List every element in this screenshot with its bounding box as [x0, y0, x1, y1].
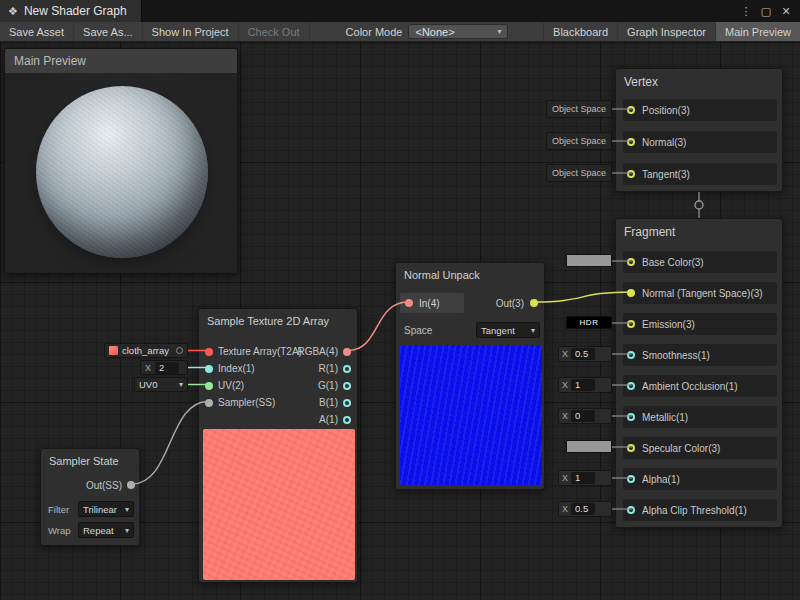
- fragment-alpha-row[interactable]: Alpha(1): [623, 468, 777, 490]
- r-port[interactable]: [343, 365, 351, 373]
- ambient-occlusion-port[interactable]: [627, 382, 635, 390]
- smoothness-field[interactable]: X 0.5: [558, 346, 612, 362]
- out-port[interactable]: [530, 299, 538, 307]
- uv-port[interactable]: [205, 382, 213, 390]
- texture-asset-field[interactable]: cloth_array: [104, 343, 188, 358]
- fragment-metallic-row[interactable]: Metallic(1): [623, 406, 777, 428]
- g-port[interactable]: [343, 382, 351, 390]
- sampler-port[interactable]: [205, 399, 213, 407]
- vertex-tangent-row[interactable]: Tangent(3): [623, 163, 777, 185]
- fragment-specular-color-row[interactable]: Specular Color(3): [623, 437, 777, 459]
- uv-channel-dropdown[interactable]: UV0 ▾: [134, 377, 188, 392]
- save-as-button[interactable]: Save As...: [74, 22, 143, 41]
- texture-array-input-row[interactable]: Texture Array(T2A): [205, 343, 302, 360]
- alpha-clip-field[interactable]: X 0.5: [558, 501, 612, 517]
- unpack-out-row[interactable]: Out(3): [496, 293, 538, 313]
- fragment-alpha-clip-row[interactable]: Alpha Clip Threshold(1): [623, 499, 777, 521]
- blackboard-toggle[interactable]: Blackboard: [543, 22, 617, 41]
- save-asset-button[interactable]: Save Asset: [0, 22, 74, 41]
- fragment-node[interactable]: Fragment Base Color(3) Normal (Tangent S…: [615, 218, 783, 528]
- graph-inspector-toggle[interactable]: Graph Inspector: [617, 22, 715, 41]
- fragment-normal-row[interactable]: Normal (Tangent Space)(3): [623, 282, 777, 304]
- fragment-smoothness-row[interactable]: Smoothness(1): [623, 344, 777, 366]
- chevron-down-icon: ▾: [125, 505, 129, 514]
- fragment-base-color-row[interactable]: Base Color(3): [623, 251, 777, 273]
- normal-space-dropdown[interactable]: Object Space: [546, 132, 612, 150]
- object-picker-icon[interactable]: [176, 347, 183, 354]
- sampler-input-row[interactable]: Sampler(SS): [205, 394, 275, 411]
- index-value[interactable]: 2: [155, 362, 179, 374]
- uv-channel-value: UV0: [139, 379, 157, 390]
- check-out-button[interactable]: Check Out: [239, 22, 310, 41]
- specular-color-port[interactable]: [627, 444, 635, 452]
- emission-color-swatch[interactable]: HDR: [566, 316, 612, 329]
- maximize-icon[interactable]: ▢: [756, 0, 776, 22]
- in-port[interactable]: [405, 299, 413, 307]
- vertex-node[interactable]: Vertex Position(3) Normal(3) Tangent(3): [615, 68, 783, 192]
- alpha-value[interactable]: 1: [571, 472, 595, 484]
- tangent-space-dropdown[interactable]: Object Space: [546, 164, 612, 182]
- menu-icon[interactable]: ⋮: [736, 0, 756, 22]
- base-color-label: Base Color(3): [642, 257, 704, 268]
- x-prefix: X: [562, 411, 568, 421]
- filter-dropdown[interactable]: Trilinear ▾: [78, 501, 134, 517]
- main-preview-toggle[interactable]: Main Preview: [715, 22, 800, 41]
- fragment-emission-row[interactable]: Emission(3): [623, 313, 777, 335]
- index-port[interactable]: [205, 365, 213, 373]
- main-preview-header[interactable]: Main Preview: [5, 49, 237, 73]
- base-color-swatch[interactable]: [566, 254, 612, 267]
- wrap-dropdown[interactable]: Repeat ▾: [78, 522, 134, 538]
- base-color-port[interactable]: [627, 258, 635, 266]
- vertex-position-row[interactable]: Position(3): [623, 99, 777, 121]
- g-output-row[interactable]: G(1): [318, 377, 351, 394]
- emission-port[interactable]: [627, 320, 635, 328]
- b-port[interactable]: [343, 399, 351, 407]
- sampler-state-node[interactable]: Sampler State Out(SS) Filter Trilinear ▾…: [40, 448, 140, 546]
- ambient-occlusion-value[interactable]: 1: [571, 379, 595, 391]
- index-field[interactable]: X 2: [140, 360, 188, 375]
- sampler-out-port[interactable]: [127, 481, 135, 489]
- smoothness-value[interactable]: 0.5: [571, 348, 595, 360]
- alpha-label: Alpha(1): [642, 474, 680, 485]
- sampler-out-row[interactable]: Out(SS): [86, 477, 135, 493]
- space-dropdown[interactable]: Tangent ▾: [476, 322, 540, 338]
- main-preview-panel[interactable]: Main Preview: [4, 48, 238, 274]
- graph-toolbar: Save Asset Save As... Show In Project Ch…: [0, 22, 800, 42]
- a-port[interactable]: [343, 416, 351, 424]
- unpack-in-row[interactable]: In(4): [400, 293, 464, 313]
- color-mode-dropdown[interactable]: <None> ▾: [408, 24, 508, 39]
- alpha-port[interactable]: [627, 475, 635, 483]
- vertex-normal-row[interactable]: Normal(3): [623, 131, 777, 153]
- sample-texture-2d-array-node[interactable]: Sample Texture 2D Array Texture Array(T2…: [198, 308, 358, 583]
- index-input-row[interactable]: Index(1): [205, 360, 255, 377]
- specular-color-swatch[interactable]: [566, 440, 612, 453]
- show-in-project-button[interactable]: Show In Project: [143, 22, 239, 41]
- a-output-row[interactable]: A(1): [319, 411, 351, 428]
- normal-unpack-title: Normal Unpack: [396, 263, 544, 287]
- fragment-ambient-occlusion-row[interactable]: Ambient Occlusion(1): [623, 375, 777, 397]
- in-label: In(4): [419, 298, 440, 309]
- r-output-row[interactable]: R(1): [319, 360, 351, 377]
- metallic-value[interactable]: 0: [571, 410, 595, 422]
- texture-array-port[interactable]: [205, 348, 213, 356]
- rgba-output-row[interactable]: RGBA(4): [297, 343, 351, 360]
- alpha-field[interactable]: X 1: [558, 470, 612, 486]
- smoothness-port[interactable]: [627, 351, 635, 359]
- rgba-port[interactable]: [343, 348, 351, 356]
- tab-new-shader-graph[interactable]: ❖ New Shader Graph: [0, 0, 142, 22]
- normal-port[interactable]: [627, 138, 635, 146]
- close-icon[interactable]: ✕: [776, 0, 796, 22]
- b-output-row[interactable]: B(1): [319, 394, 351, 411]
- uv-input-row[interactable]: UV(2): [205, 377, 244, 394]
- normal-tangent-port[interactable]: [627, 289, 635, 297]
- ambient-occlusion-field[interactable]: X 1: [558, 377, 612, 393]
- position-port[interactable]: [627, 106, 635, 114]
- metallic-port[interactable]: [627, 413, 635, 421]
- tangent-port[interactable]: [627, 170, 635, 178]
- x-prefix: X: [562, 504, 568, 514]
- normal-unpack-node[interactable]: Normal Unpack In(4) Out(3) Space Tangent…: [395, 262, 545, 490]
- alpha-clip-port[interactable]: [627, 506, 635, 514]
- metallic-field[interactable]: X 0: [558, 408, 612, 424]
- alpha-clip-value[interactable]: 0.5: [571, 503, 595, 515]
- position-space-dropdown[interactable]: Object Space: [546, 100, 612, 118]
